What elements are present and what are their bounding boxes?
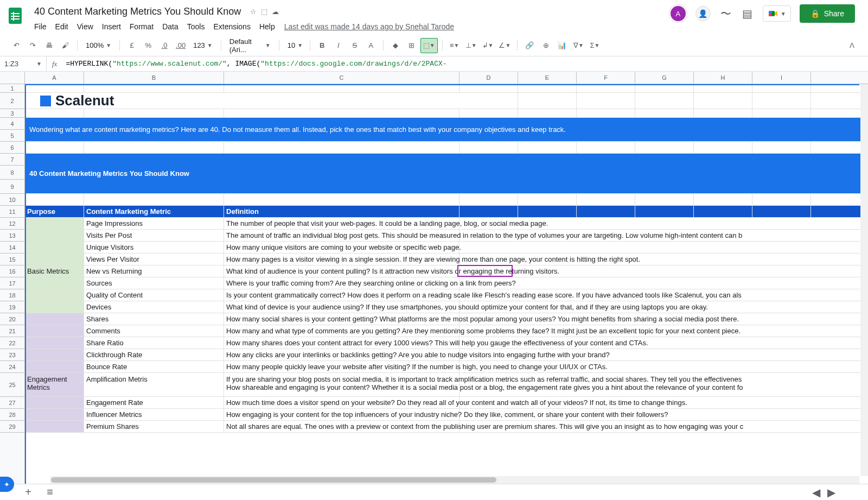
row-header[interactable]: 12: [0, 218, 24, 230]
italic-button[interactable]: I: [331, 38, 346, 53]
bold-button[interactable]: B: [315, 38, 330, 53]
row-header[interactable]: 21: [0, 325, 24, 337]
menu-tools[interactable]: Tools: [183, 20, 209, 33]
col-header[interactable]: H: [694, 72, 752, 84]
menu-help[interactable]: Help: [256, 20, 279, 33]
merge-button[interactable]: ⬚ ▼: [420, 38, 438, 53]
col-header[interactable]: G: [635, 72, 694, 84]
row-header[interactable]: 11: [0, 206, 24, 218]
all-sheets-button[interactable]: ≡: [43, 486, 56, 499]
chart-button[interactable]: 📊: [554, 38, 570, 53]
menu-extensions[interactable]: Extensions: [209, 20, 254, 33]
row-header[interactable]: 24: [0, 361, 24, 373]
anon-avatar[interactable]: 👤: [695, 6, 711, 21]
row-header[interactable]: 7: [0, 154, 24, 166]
data-row: Views Per VisitorHow many pages is a vis…: [25, 254, 868, 265]
scroll-right-button[interactable]: ▶: [825, 486, 838, 499]
star-icon[interactable]: ☆: [250, 8, 257, 16]
row-header[interactable]: 20: [0, 313, 24, 325]
share-button[interactable]: 🔒 Share: [800, 4, 855, 23]
row-header[interactable]: 4: [0, 118, 24, 130]
row-header[interactable]: 5: [0, 130, 24, 142]
increase-decimal-button[interactable]: .00: [173, 38, 188, 53]
move-icon[interactable]: ⬚: [261, 8, 267, 16]
comments-icon[interactable]: ▤: [741, 7, 754, 20]
cloud-icon[interactable]: ☁: [272, 8, 279, 16]
data-row: SharesHow many social shares is your con…: [25, 313, 868, 325]
vertical-scrollbar[interactable]: [860, 84, 868, 476]
col-header[interactable]: A: [25, 72, 84, 84]
col-header[interactable]: I: [752, 72, 811, 84]
col-header[interactable]: D: [459, 72, 518, 84]
select-all-corner[interactable]: [0, 72, 25, 84]
row-header[interactable]: 19: [0, 301, 24, 313]
row-header[interactable]: 15: [0, 254, 24, 265]
redo-button[interactable]: ↷: [25, 38, 40, 53]
undo-button[interactable]: ↶: [9, 38, 24, 53]
menu-edit[interactable]: Edit: [52, 20, 72, 33]
paint-format-button[interactable]: 🖌: [58, 38, 73, 53]
more-formats-button[interactable]: 123▼: [189, 39, 216, 53]
menu-view[interactable]: View: [73, 20, 97, 33]
print-button[interactable]: 🖶: [41, 38, 56, 53]
col-header[interactable]: E: [518, 72, 577, 84]
activity-icon[interactable]: 〜: [719, 7, 732, 20]
row-header[interactable]: 14: [0, 242, 24, 254]
fill-color-button[interactable]: ◆: [388, 38, 403, 53]
sheets-icon[interactable]: [4, 4, 26, 26]
row-header[interactable]: 28: [0, 409, 24, 421]
filter-button[interactable]: ∇ ▼: [571, 38, 586, 53]
comment-button[interactable]: ⊕: [538, 38, 553, 53]
doc-title[interactable]: 40 Content Marketing Metrics You Should …: [30, 4, 245, 19]
explore-button[interactable]: ✦: [0, 477, 14, 492]
row-header[interactable]: 29: [0, 421, 24, 433]
user-avatar[interactable]: A: [669, 5, 687, 22]
decrease-decimal-button[interactable]: .0: [157, 38, 172, 53]
rotate-button[interactable]: ∠ ▼: [496, 38, 513, 53]
scroll-left-button[interactable]: ◀: [809, 486, 822, 499]
zoom-select[interactable]: 100%▼: [82, 39, 115, 53]
col-header[interactable]: C: [224, 72, 459, 84]
borders-button[interactable]: ⊞: [404, 38, 419, 53]
row-header[interactable]: 17: [0, 277, 24, 289]
menu-format[interactable]: Format: [126, 20, 157, 33]
row-header[interactable]: 25: [0, 373, 24, 397]
last-edit-link[interactable]: Last edit was made 14 days ago by Snehal…: [284, 22, 454, 31]
row-header[interactable]: 10: [0, 194, 24, 206]
menu-file[interactable]: File: [30, 20, 50, 33]
wrap-button[interactable]: ↲ ▼: [480, 38, 496, 53]
row-header[interactable]: 13: [0, 230, 24, 242]
add-sheet-button[interactable]: +: [22, 486, 35, 499]
row-header[interactable]: 8: [0, 166, 24, 180]
col-header[interactable]: F: [577, 72, 635, 84]
row-header[interactable]: 22: [0, 337, 24, 349]
expand-toolbar-button[interactable]: ᐱ: [844, 38, 859, 53]
menu-data[interactable]: Data: [158, 20, 182, 33]
row-header[interactable]: 23: [0, 349, 24, 361]
cells-area[interactable]: Scalenut Wondering what are content mark…: [25, 84, 868, 484]
menu-insert[interactable]: Insert: [98, 20, 125, 33]
formula-input[interactable]: =HYPERLINK("https://www.scalenut.com/", …: [62, 60, 868, 68]
percent-button[interactable]: %: [141, 38, 156, 53]
currency-button[interactable]: £: [124, 38, 139, 53]
font-select[interactable]: Default (Ari...▼: [226, 39, 275, 53]
font-size-select[interactable]: 10▼: [284, 39, 305, 53]
col-header[interactable]: B: [84, 72, 224, 84]
row-header[interactable]: 9: [0, 180, 24, 194]
text-color-button[interactable]: A: [363, 38, 379, 53]
row-header[interactable]: 6: [0, 142, 24, 154]
row-header[interactable]: 27: [0, 397, 24, 409]
row-header[interactable]: 18: [0, 289, 24, 301]
functions-button[interactable]: Σ ▼: [587, 38, 602, 53]
h-align-button[interactable]: ≡ ▼: [447, 38, 462, 53]
row-header[interactable]: 1: [0, 84, 24, 93]
row-header[interactable]: 3: [0, 109, 24, 118]
row-header[interactable]: 16: [0, 265, 24, 277]
v-align-button[interactable]: ⊥ ▼: [463, 38, 479, 53]
horizontal-scrollbar[interactable]: [50, 476, 859, 484]
strikethrough-button[interactable]: S: [347, 38, 362, 53]
row-header[interactable]: 2: [0, 93, 24, 109]
link-button[interactable]: 🔗: [522, 38, 537, 53]
meet-button[interactable]: ▼: [763, 5, 791, 22]
name-box[interactable]: 1:Z3▼: [0, 56, 47, 71]
